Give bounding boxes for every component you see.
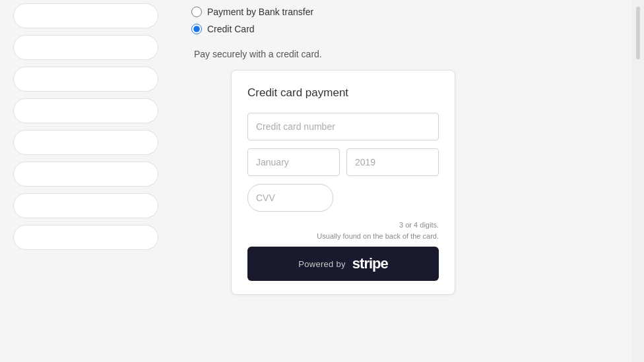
credit-card-radio[interactable]: [191, 24, 202, 34]
sidebar-item-3[interactable]: [13, 67, 158, 92]
credit-card-card: Credit card payment 3 or 4 digits. Usual…: [231, 70, 455, 295]
bank-transfer-option[interactable]: Payment by Bank transfer: [191, 7, 612, 17]
scrollbar-track[interactable]: [636, 7, 640, 59]
sidebar-item-2[interactable]: [13, 35, 158, 60]
credit-card-title: Credit card payment: [247, 86, 439, 100]
expiry-row: [247, 148, 439, 176]
sidebar-item-6[interactable]: [13, 162, 158, 187]
powered-by-text: Powered by: [298, 259, 346, 269]
sidebar-item-5[interactable]: [13, 130, 158, 155]
card-number-input[interactable]: [247, 113, 439, 140]
main-content: Payment by Bank transfer Credit Card Pay…: [172, 0, 632, 362]
payment-description: Pay securely with a credit card.: [194, 49, 612, 59]
credit-card-label: Credit Card: [207, 24, 255, 34]
sidebar: [0, 0, 172, 362]
bank-transfer-label: Payment by Bank transfer: [207, 7, 313, 17]
cvv-hint: 3 or 4 digits. Usually found on the back…: [247, 220, 439, 241]
sidebar-item-8[interactable]: [13, 225, 158, 250]
sidebar-item-4[interactable]: [13, 98, 158, 123]
cvv-group: [247, 184, 439, 212]
sidebar-item-7[interactable]: [13, 193, 158, 218]
card-number-group: [247, 113, 439, 140]
cvv-input[interactable]: [247, 184, 333, 212]
bank-transfer-radio[interactable]: [191, 7, 202, 17]
stripe-logo: stripe: [352, 255, 388, 272]
expiry-year-input[interactable]: [346, 148, 439, 176]
expiry-month-input[interactable]: [247, 148, 340, 176]
stripe-pay-button[interactable]: Powered by stripe: [247, 247, 439, 281]
sidebar-item-1[interactable]: [13, 3, 158, 28]
right-scrollbar-panel: [632, 0, 644, 362]
payment-options: Payment by Bank transfer Credit Card: [191, 7, 612, 41]
credit-card-option[interactable]: Credit Card: [191, 24, 612, 34]
